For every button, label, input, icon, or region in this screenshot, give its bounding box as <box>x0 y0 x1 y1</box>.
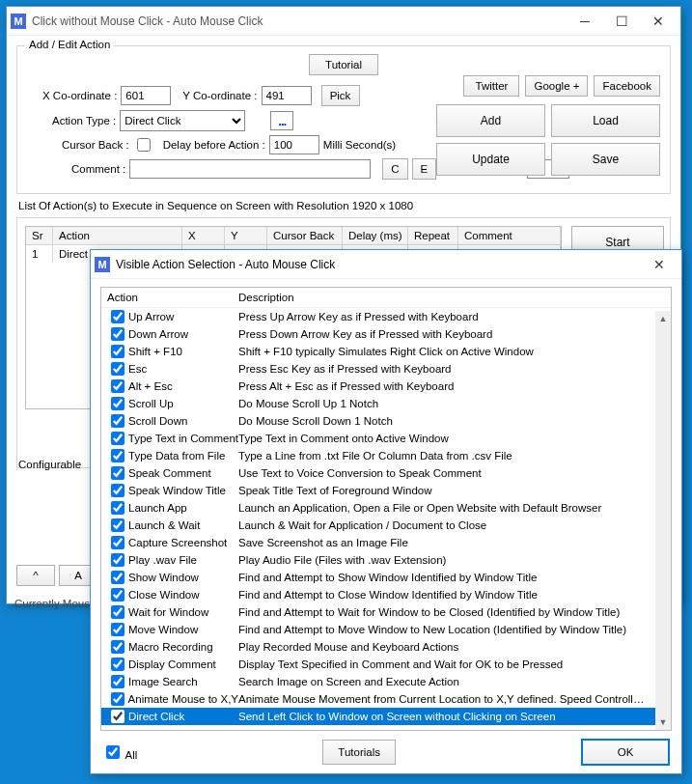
col-action[interactable]: Action <box>53 227 182 245</box>
comment-input[interactable] <box>129 159 371 179</box>
action-type-select[interactable]: Direct Click <box>120 110 245 131</box>
action-checkbox[interactable] <box>111 362 125 376</box>
list-item[interactable]: Macro RecordingPlay Recorded Mouse and K… <box>101 638 655 656</box>
list-item[interactable]: Capture ScreenshotSave Screenshot as an … <box>101 534 655 551</box>
action-checkbox[interactable] <box>111 466 125 480</box>
tutorial-button[interactable]: Tutorial <box>309 54 378 75</box>
facebook-button[interactable]: Facebook <box>594 75 660 97</box>
action-checkbox[interactable] <box>111 310 125 323</box>
tutorials-button[interactable]: Tutorials <box>322 740 396 765</box>
list-item[interactable]: Launch & WaitLaunch & Wait for Applicati… <box>101 517 655 534</box>
action-checkbox[interactable] <box>111 640 125 654</box>
twitter-button[interactable]: Twitter <box>463 75 519 97</box>
list-item[interactable]: Scroll UpDo Mouse Scroll Up 1 Notch <box>101 395 655 412</box>
list-item[interactable]: Type Data from FileType a Line from .txt… <box>101 447 655 464</box>
action-checkbox[interactable] <box>111 571 125 584</box>
action-checkbox[interactable] <box>111 379 125 393</box>
col-delay[interactable]: Delay (ms) <box>343 227 408 245</box>
minimize-button[interactable]: ─ <box>567 8 603 35</box>
list-item[interactable]: Shift + F10Shift + F10 typically Simulat… <box>101 343 655 360</box>
titlebar-selection[interactable]: M Visible Action Selection - Auto Mouse … <box>91 250 681 279</box>
app-icon: M <box>95 257 110 272</box>
save-button[interactable]: Save <box>551 143 660 176</box>
ok-button[interactable]: OK <box>581 739 670 766</box>
action-checkbox[interactable] <box>111 501 125 515</box>
col-repeat[interactable]: Repeat <box>408 227 458 245</box>
action-checkbox[interactable] <box>111 432 125 445</box>
list-item[interactable]: Direct ClickSend Left Click to Window on… <box>101 708 655 725</box>
maximize-button[interactable]: ☐ <box>603 8 640 35</box>
action-checkbox[interactable] <box>111 345 125 358</box>
list-item[interactable]: Type Text in CommentType Text in Comment… <box>101 430 655 447</box>
col-description-header[interactable]: Description <box>238 292 665 303</box>
action-checkbox[interactable] <box>111 605 125 619</box>
list-item[interactable]: EscPress Esc Key as if Pressed with Keyb… <box>101 360 655 378</box>
action-checkbox[interactable] <box>111 484 125 497</box>
list-item[interactable]: Alt + EscPress Alt + Esc as if Pressed w… <box>101 378 655 395</box>
list-item[interactable]: Show WindowFind and Attempt to Show Wind… <box>101 569 655 586</box>
col-cursor-back[interactable]: Cursor Back <box>267 227 343 245</box>
list-item[interactable]: Move WindowFind and Attempt to Move Wind… <box>101 621 655 638</box>
all-checkbox-label[interactable]: All <box>102 742 137 762</box>
google-button[interactable]: Google + <box>525 75 588 97</box>
col-comment[interactable]: Comment <box>458 227 561 245</box>
action-name: Close Window <box>128 589 200 601</box>
list-item[interactable]: Scroll DownDo Mouse Scroll Down 1 Notch <box>101 412 655 430</box>
list-item[interactable]: Launch AppLaunch an Application, Open a … <box>101 499 655 517</box>
list-item[interactable]: Display CommentDisplay Text Specified in… <box>101 656 655 673</box>
list-item[interactable]: Speak Window TitleSpeak Title Text of Fo… <box>101 482 655 499</box>
scroll-down-icon[interactable]: ▼ <box>655 714 671 730</box>
action-checkbox[interactable] <box>111 623 125 636</box>
action-checkbox[interactable] <box>111 449 125 462</box>
close-button[interactable]: ✕ <box>640 8 677 35</box>
list-item[interactable]: Play .wav FilePlay Audio File (Files wit… <box>101 551 655 569</box>
action-checkbox[interactable] <box>111 675 125 688</box>
action-description: Find and Attempt to Move Window to New L… <box>238 624 650 635</box>
col-action-header[interactable]: Action <box>107 292 238 303</box>
action-checkbox[interactable] <box>111 588 125 602</box>
action-description: Type Text in Comment onto Active Window <box>238 433 650 444</box>
action-options-button[interactable]: ... <box>270 111 293 130</box>
list-item[interactable]: Wait for WindowFind and Attempt to Wait … <box>101 603 655 621</box>
action-checkbox[interactable] <box>111 414 125 428</box>
action-checkbox[interactable] <box>111 692 125 706</box>
action-list[interactable]: Action Description Up ArrowPress Up Arro… <box>100 287 672 731</box>
y-input[interactable] <box>262 86 312 105</box>
e-button[interactable]: E <box>412 158 437 180</box>
action-checkbox[interactable] <box>111 518 125 532</box>
action-checkbox[interactable] <box>111 710 125 723</box>
action-name: Alt + Esc <box>128 380 173 392</box>
scrollbar[interactable]: ▲ ▼ <box>655 311 671 730</box>
x-label: X Co-ordinate : <box>42 90 117 101</box>
all-checkbox[interactable] <box>106 745 120 759</box>
c-button[interactable]: C <box>382 158 407 180</box>
cursor-back-checkbox[interactable] <box>137 138 151 152</box>
action-checkbox[interactable] <box>111 327 125 341</box>
pick-button[interactable]: Pick <box>321 85 360 106</box>
load-button[interactable]: Load <box>551 104 660 137</box>
action-name: Play .wav File <box>128 554 197 566</box>
list-item[interactable]: Speak CommentUse Text to Voice Conversio… <box>101 464 655 482</box>
close-button-selection[interactable]: ✕ <box>641 251 678 278</box>
list-item[interactable]: Close WindowFind and Attempt to Close Wi… <box>101 586 655 603</box>
col-sr[interactable]: Sr <box>26 227 53 245</box>
list-item[interactable]: Animate Mouse to X,YAnimate Mouse Moveme… <box>101 690 655 708</box>
action-checkbox[interactable] <box>111 397 125 410</box>
col-y[interactable]: Y <box>225 227 267 245</box>
cursor-back-label: Cursor Back : <box>62 139 129 151</box>
action-checkbox[interactable] <box>111 658 125 671</box>
list-item[interactable]: Image SearchSearch Image on Screen and E… <box>101 673 655 690</box>
x-input[interactable] <box>121 86 171 105</box>
action-checkbox[interactable] <box>111 536 125 549</box>
update-button[interactable]: Update <box>436 143 545 176</box>
titlebar-main[interactable]: M Click without Mouse Click - Auto Mouse… <box>7 7 680 36</box>
list-item[interactable]: Down ArrowPress Down Arrow Key as if Pre… <box>101 325 655 343</box>
action-description: Shift + F10 typically Simulates Right Cl… <box>238 346 650 357</box>
delay-input[interactable] <box>269 135 319 154</box>
up-caret-button[interactable]: ^ <box>16 565 55 586</box>
col-x[interactable]: X <box>182 227 225 245</box>
scroll-up-icon[interactable]: ▲ <box>655 311 671 326</box>
add-button[interactable]: Add <box>436 104 545 137</box>
list-item[interactable]: Up ArrowPress Up Arrow Key as if Pressed… <box>101 308 655 325</box>
action-checkbox[interactable] <box>111 553 125 567</box>
